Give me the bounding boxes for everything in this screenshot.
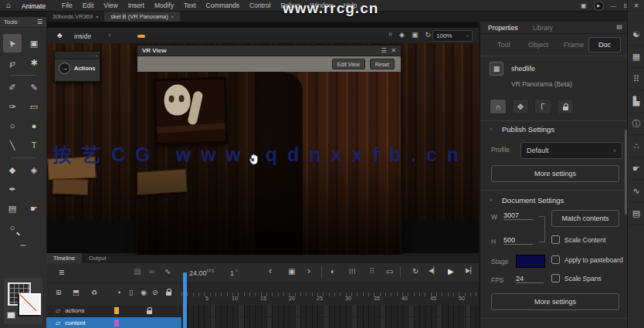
color-panel-icon[interactable]: ☯ [628,23,644,46]
reset-button[interactable]: Reset [370,59,395,69]
clip-content-icon[interactable]: ▣ [412,31,419,39]
center-frame-button[interactable]: ▣ [288,267,295,276]
oval-filled-tool[interactable]: ● [25,117,43,135]
tab-properties[interactable]: Properties [488,24,518,32]
doc-tab-2[interactable]: skel B (VR Panorama) ▾ [104,11,180,22]
menu-control[interactable]: Control [249,2,270,9]
eraser-tool[interactable]: ◆ [3,161,22,179]
lock-toggle[interactable] [557,99,574,114]
previous-keyframe-button[interactable]: ‹ [269,265,272,276]
pencil-tool[interactable]: ✑ [3,97,22,116]
actions-popup[interactable]: ◦ ▪ → Actions [54,51,100,82]
zoom-tool[interactable]: ○ [3,218,22,237]
lasso-tool[interactable]: ℘ [3,53,22,72]
rotate-stage-icon[interactable]: ↻ [425,31,431,39]
asset-warp-tool[interactable]: ✱ [25,53,43,72]
delete-layer-button[interactable]: ♻ [91,289,97,296]
classic-brush-tool[interactable]: ✎ [25,78,43,96]
scale-content-checkbox[interactable] [551,235,560,244]
chevron-down-icon[interactable]: ˅ [490,198,493,203]
layers-stack-icon[interactable]: ≡ [59,267,64,278]
onion-outline-icon[interactable]: ⠿ [369,267,375,276]
more-tools-ellipsis[interactable]: ••• [0,242,46,248]
rectangle-tool[interactable]: ▭ [25,97,43,116]
panel-menu-icon[interactable]: ▤ [616,23,622,30]
fragments-panel-icon[interactable]: ⠿ [628,68,644,90]
publish-settings-title[interactable]: Publish Settings [502,125,554,134]
apply-to-pasteboard-option[interactable]: Apply to pasteboard [551,255,623,264]
history-panel-icon[interactable]: ∿ [628,180,644,202]
document-settings-title[interactable]: Document Settings [502,196,564,205]
fps-input[interactable]: 24 [516,275,544,283]
publish-more-settings-button[interactable]: More settings [491,165,619,182]
zoom-level-dropdown[interactable]: 100% ˅ [432,30,473,42]
width-input[interactable]: 3007 [503,211,533,220]
workspace-icon[interactable]: ▣ [581,2,587,9]
panel-close-icon[interactable]: ✕ [391,47,396,54]
close-icon[interactable]: ✕ [628,0,644,12]
colors-widget[interactable] [4,278,42,324]
minimize-icon[interactable]: — [611,2,617,9]
subtab-tool[interactable]: Tool [497,41,510,49]
scale-spans-checkbox[interactable] [551,274,560,282]
fluid-brush-tool[interactable]: ✐ [3,78,22,96]
menu-text[interactable]: Text [184,2,196,9]
layer-color-swatch[interactable] [114,307,119,314]
panel-pin-icon[interactable]: ◦ [92,53,93,58]
menu-commands[interactable]: Commands [206,2,239,9]
hide-all-layers-icon[interactable]: ⊘ [152,289,158,296]
lock-all-layers-icon[interactable] [166,292,171,296]
text-tool[interactable]: T [25,136,43,154]
paint-bucket-tool[interactable]: ◈ [25,161,43,179]
layer-lock-icon[interactable] [147,310,152,314]
align-panel-icon[interactable]: ▙ [628,90,644,113]
libraries-panel-icon[interactable]: ▤ [628,202,644,225]
chevron-down-icon[interactable]: ˅ [490,127,493,132]
step-forward-button[interactable]: ▶▏ [466,267,475,274]
stage-color-swatch[interactable] [516,255,545,268]
layer-color-swatch[interactable] [114,320,119,326]
layer-row-actions[interactable]: ▱ actions [46,305,479,317]
layer-frames[interactable] [181,317,479,328]
show-all-layers-icon[interactable]: ◉ [141,289,147,296]
hand-tool[interactable]: ☛ [25,199,43,218]
loop-icon[interactable]: ◐ [330,267,335,276]
vr-view-titlebar[interactable]: VR View ☰ ✕ [137,46,401,56]
highlight-layers-icon[interactable]: • [118,289,120,296]
swatches-panel-icon[interactable]: ▦ [628,46,644,68]
gesture-panel-icon[interactable]: ☛ [628,157,644,180]
orbit-toggle[interactable]: ∩ [490,99,507,114]
panel-close-icon[interactable]: ▪ [96,53,97,58]
camera-tool[interactable]: ▤ [3,199,22,218]
menu-view[interactable]: View [103,2,117,9]
pan-toggle[interactable]: ✥ [512,99,529,114]
corner-ruler-toggle[interactable]: Γ [534,99,551,114]
oval-tool[interactable]: ○ [3,117,22,135]
tab-library[interactable]: Library [533,24,553,32]
menu-animate[interactable]: Animate [22,2,46,10]
match-contents-button[interactable]: Match contents [551,210,619,227]
layer-row-content[interactable]: ▱ content [46,317,479,328]
menu-file[interactable]: File [62,2,73,9]
profile-dropdown[interactable]: Default ˅ [520,142,622,159]
play-button[interactable]: ▶ [448,267,454,276]
particles-panel-icon[interactable]: ∴ [628,135,644,157]
scale-content-option[interactable]: Scale Content [551,235,605,244]
tab-timeline[interactable]: Timeline [46,253,82,263]
step-back-button[interactable]: ◀▏ [429,267,438,274]
free-transform-tool[interactable]: ▣ [25,34,43,52]
panel-menu-icon[interactable]: ☰ [381,47,386,54]
chevron-down-icon[interactable]: ˅ [108,32,111,38]
info-panel-icon[interactable]: ⓘ [628,113,644,135]
camera-icon[interactable]: ▤ [134,267,141,276]
apply-to-pasteboard-checkbox[interactable] [551,255,560,264]
menu-modify[interactable]: Modify [154,2,174,9]
pen-tool[interactable]: ✒ [3,180,22,198]
document-more-settings-button[interactable]: More settings [491,293,619,310]
onion-skin-icon[interactable]: ||| [349,267,356,274]
fps-display[interactable]: 24.00FPS [189,269,214,277]
menu-edit[interactable]: Edit [83,2,94,9]
current-frame-display[interactable]: 1 F [230,269,239,277]
new-folder-button[interactable]: ⬒ [73,289,80,296]
record-play-icon[interactable]: ▶ [594,1,604,11]
